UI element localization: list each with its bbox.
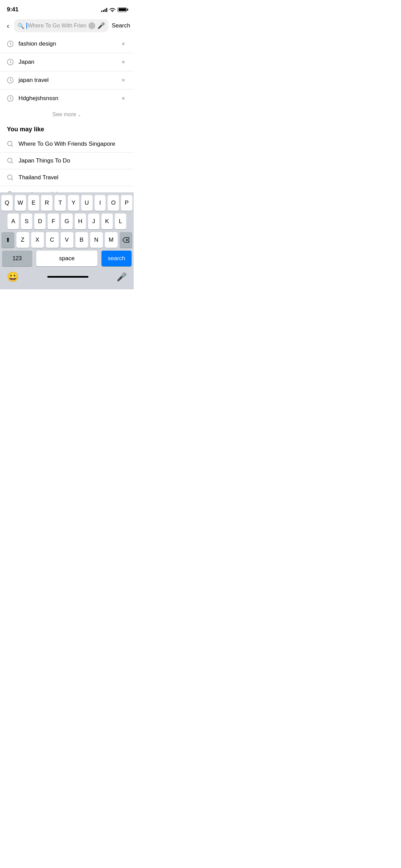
- shift-key[interactable]: ⬆: [1, 232, 14, 248]
- keyboard-row-2: A S D F G H J K L: [1, 214, 132, 229]
- search-suggestion-icon: [7, 141, 14, 147]
- remove-history-icon[interactable]: ✕: [120, 40, 127, 48]
- mic-icon[interactable]: 🎤: [97, 22, 105, 29]
- suggestion-item[interactable]: Japan Things To Do: [0, 153, 134, 169]
- key-c[interactable]: C: [46, 232, 59, 248]
- clock-icon: [7, 95, 14, 102]
- key-m[interactable]: M: [105, 232, 118, 248]
- search-key[interactable]: search: [101, 251, 132, 266]
- key-a[interactable]: A: [8, 214, 19, 229]
- suggestion-text: Japan Things To Do: [19, 157, 70, 164]
- backspace-key[interactable]: [120, 232, 133, 248]
- keyboard-bottom-row: 123 space search: [1, 251, 132, 266]
- history-item[interactable]: japan travel ✕: [0, 71, 134, 89]
- key-b[interactable]: B: [75, 232, 88, 248]
- remove-history-icon[interactable]: ✕: [120, 76, 127, 84]
- back-button[interactable]: ‹: [5, 21, 11, 31]
- clear-indicator: [88, 22, 95, 29]
- key-h[interactable]: H: [75, 214, 86, 229]
- mic-keyboard-icon[interactable]: 🎤: [117, 272, 127, 282]
- search-input-wrap[interactable]: 🔍 Where To Go With Frien 🎤: [14, 19, 108, 32]
- keyboard-accessory-row: 😀 🎤: [1, 269, 132, 288]
- key-v[interactable]: V: [61, 232, 73, 248]
- emoji-icon[interactable]: 😀: [7, 271, 19, 282]
- keyboard-row-1: Q W E R T Y U I O P: [1, 195, 132, 211]
- status-bar: 9:41: [0, 0, 134, 16]
- suggestion-text: Where To Go With Friends Singapore: [19, 141, 115, 147]
- history-item[interactable]: fashion design ✕: [0, 35, 134, 53]
- clock-icon: [7, 59, 14, 65]
- status-icons: [101, 8, 127, 12]
- history-item[interactable]: Japan ✕: [0, 53, 134, 71]
- remove-history-icon[interactable]: ✕: [120, 94, 127, 103]
- key-j[interactable]: J: [88, 214, 99, 229]
- key-d[interactable]: D: [34, 214, 46, 229]
- key-k[interactable]: K: [101, 214, 113, 229]
- battery-icon: [118, 8, 127, 12]
- key-x[interactable]: X: [31, 232, 44, 248]
- key-f[interactable]: F: [48, 214, 59, 229]
- home-indicator: [47, 276, 88, 278]
- history-text: japan travel: [19, 77, 115, 84]
- key-n[interactable]: N: [90, 232, 103, 248]
- see-more-label: See more: [52, 111, 76, 118]
- suggestion-item[interactable]: Where To Go With Friends Singapore: [0, 136, 134, 153]
- key-p[interactable]: P: [121, 195, 132, 211]
- key-s[interactable]: S: [21, 214, 32, 229]
- history-text: Japan: [19, 59, 115, 65]
- chevron-down-icon: ⌄: [77, 112, 81, 117]
- suggestion-text: Thailand Travel: [19, 174, 58, 181]
- status-time: 9:41: [7, 6, 19, 13]
- key-y[interactable]: Y: [68, 195, 79, 211]
- suggestion-item[interactable]: Thailand Travel: [0, 169, 134, 186]
- key-i[interactable]: I: [95, 195, 106, 211]
- signal-icon: [101, 8, 107, 12]
- key-z[interactable]: Z: [16, 232, 29, 248]
- key-e[interactable]: E: [28, 195, 39, 211]
- clock-icon: [7, 40, 14, 47]
- keyboard-row-3: ⬆ Z X C V B N M: [1, 232, 132, 248]
- search-icon: 🔍: [17, 23, 24, 29]
- history-text: Hdghejshsnssn: [19, 95, 115, 102]
- key-t[interactable]: T: [54, 195, 66, 211]
- search-button[interactable]: Search: [112, 22, 130, 29]
- key-g[interactable]: G: [61, 214, 72, 229]
- keyboard: Q W E R T Y U I O P A S D F G H J K L ⬆ …: [0, 192, 134, 289]
- wifi-icon: [109, 8, 116, 12]
- search-input[interactable]: Where To Go With Frien: [26, 23, 86, 29]
- cursor: [26, 23, 27, 29]
- key-w[interactable]: W: [15, 195, 26, 211]
- key-l[interactable]: L: [115, 214, 126, 229]
- see-more-button[interactable]: See more ⌄: [52, 111, 81, 118]
- space-key[interactable]: space: [36, 251, 97, 266]
- remove-history-icon[interactable]: ✕: [120, 58, 127, 66]
- clock-icon: [7, 77, 14, 84]
- search-suggestion-icon: [7, 157, 14, 164]
- key-o[interactable]: O: [108, 195, 119, 211]
- search-bar-row: ‹ 🔍 Where To Go With Frien 🎤 Search: [0, 16, 134, 35]
- history-item[interactable]: Hdghejshsnssn ✕: [0, 89, 134, 107]
- search-suggestion-icon: [7, 174, 14, 181]
- key-r[interactable]: R: [41, 195, 52, 211]
- history-list: fashion design ✕ Japan ✕ japan travel ✕ …: [0, 35, 134, 107]
- key-u[interactable]: U: [81, 195, 93, 211]
- key-q[interactable]: Q: [1, 195, 13, 211]
- numeric-key[interactable]: 123: [2, 251, 32, 266]
- history-text: fashion design: [19, 40, 115, 47]
- section-title-you-may-like: You may like: [0, 124, 134, 136]
- see-more-row: See more ⌄: [0, 107, 134, 124]
